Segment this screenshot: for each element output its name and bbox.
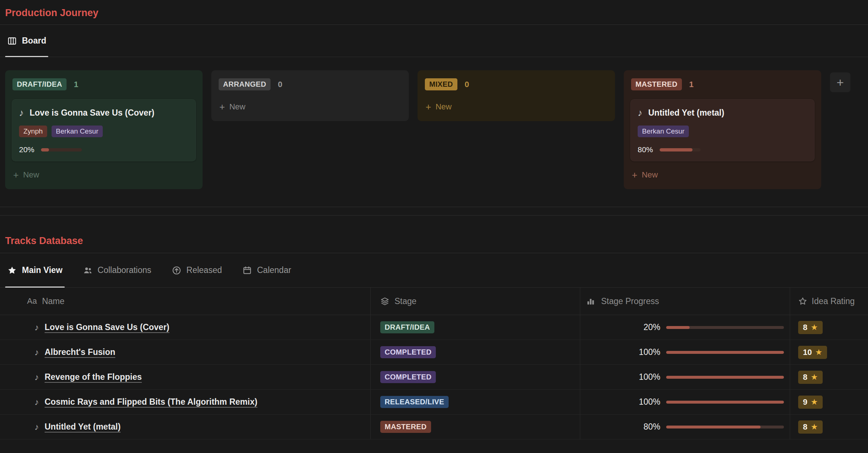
stage-cell[interactable]: COMPLETED xyxy=(371,340,580,364)
board-card[interactable]: ♪ Untitled Yet (metal) Berkan Cesur 80% xyxy=(630,99,815,161)
column-count: 0 xyxy=(278,80,282,89)
column-status-chip[interactable]: ARRANGED xyxy=(219,78,271,90)
add-card-button[interactable]: + New xyxy=(424,99,608,115)
add-card-button[interactable]: + New xyxy=(12,167,196,183)
rating-cell[interactable]: 8 ★ xyxy=(790,365,868,389)
table-row: ♪ Albrecht's Fusion COMPLETED 100% 10 ★ xyxy=(0,340,868,365)
music-note-icon: ♪ xyxy=(34,398,39,407)
progress-cell[interactable]: 80% xyxy=(580,415,790,439)
progress-cell[interactable]: 100% xyxy=(580,390,790,414)
track-name-link[interactable]: Untitled Yet (metal) xyxy=(45,422,121,432)
column-count: 0 xyxy=(465,80,469,89)
tab-released[interactable]: Released xyxy=(170,253,224,287)
stage-badge: DRAFT/IDEA xyxy=(380,321,434,333)
header-stage-progress[interactable]: Stage Progress xyxy=(580,288,790,315)
progress-bar xyxy=(41,148,82,151)
progress-cell[interactable]: 100% xyxy=(580,340,790,364)
arrow-up-circle-icon xyxy=(172,266,181,275)
plus-icon: + xyxy=(219,102,225,112)
stage-badge: COMPLETED xyxy=(380,346,436,358)
tab-calendar[interactable]: Calendar xyxy=(240,253,293,287)
progress-percent: 80% xyxy=(644,422,660,432)
bar-chart-icon xyxy=(586,297,595,306)
star-icon: ★ xyxy=(811,423,818,431)
tab-collaborations[interactable]: Collaborations xyxy=(81,253,154,287)
table-row: ♪ Love is Gonna Save Us (Cover) DRAFT/ID… xyxy=(0,315,868,340)
column-status-chip[interactable]: MASTERED xyxy=(631,78,682,90)
star-icon: ★ xyxy=(811,323,818,332)
tab-board[interactable]: Board xyxy=(5,25,48,57)
track-name-link[interactable]: Revenge of the Floppies xyxy=(45,372,142,382)
add-column-button[interactable]: + xyxy=(830,72,850,92)
name-cell[interactable]: ♪ Cosmic Rays and Flipped Bits (The Algo… xyxy=(0,390,371,414)
progress-percent: 100% xyxy=(639,397,660,407)
header-label: Name xyxy=(42,296,64,306)
table-row: ♪ Cosmic Rays and Flipped Bits (The Algo… xyxy=(0,390,868,415)
card-tags: Berkan Cesur xyxy=(638,126,807,137)
column-header[interactable]: MASTERED 1 xyxy=(630,76,815,93)
column-header[interactable]: MIXED 0 xyxy=(424,76,608,93)
music-note-icon: ♪ xyxy=(34,423,39,431)
people-icon xyxy=(83,266,93,275)
text-property-icon: Aa xyxy=(27,296,37,306)
new-label: New xyxy=(435,102,452,112)
column-status-chip[interactable]: DRAFT/IDEA xyxy=(12,78,67,90)
star-icon: ★ xyxy=(811,373,818,381)
tab-main-view[interactable]: Main View xyxy=(5,253,65,287)
rating-badge: 8 ★ xyxy=(798,420,823,434)
progress-cell[interactable]: 100% xyxy=(580,365,790,389)
column-header[interactable]: DRAFT/IDEA 1 xyxy=(12,76,196,93)
stage-cell[interactable]: COMPLETED xyxy=(371,365,580,389)
board-column-arranged: ARRANGED 0 + New xyxy=(211,70,409,121)
plus-icon: + xyxy=(426,102,431,112)
column-header[interactable]: ARRANGED 0 xyxy=(218,76,402,93)
new-label: New xyxy=(23,170,39,180)
rating-value: 9 xyxy=(803,397,807,407)
rating-cell[interactable]: 8 ★ xyxy=(790,415,868,439)
board-column-mixed: MIXED 0 + New xyxy=(418,70,615,121)
tag-berkan-cesur: Berkan Cesur xyxy=(638,126,689,137)
rating-value: 8 xyxy=(803,323,807,332)
tab-label: Released xyxy=(186,265,222,275)
rating-cell[interactable]: 9 ★ xyxy=(790,390,868,414)
name-cell[interactable]: ♪ Albrecht's Fusion xyxy=(0,340,371,364)
stage-cell[interactable]: RELEASED/LIVE xyxy=(371,390,580,414)
plus-icon: + xyxy=(837,75,844,90)
header-label: Stage Progress xyxy=(601,296,659,306)
header-label: Idea Rating xyxy=(812,296,855,306)
page-title-production-journey: Production Journey xyxy=(0,0,868,25)
tab-label: Calendar xyxy=(257,265,291,275)
table-header-row: Aa Name Stage Stage Progress Idea Rating xyxy=(0,288,868,315)
progress-percent: 100% xyxy=(639,347,660,357)
stage-cell[interactable]: MASTERED xyxy=(371,415,580,439)
add-card-button[interactable]: + New xyxy=(218,99,402,115)
header-idea-rating[interactable]: Idea Rating xyxy=(790,288,868,315)
progress-bar xyxy=(660,148,701,151)
header-stage[interactable]: Stage xyxy=(371,288,580,315)
stage-cell[interactable]: DRAFT/IDEA xyxy=(371,315,580,340)
track-name-link[interactable]: Cosmic Rays and Flipped Bits (The Algori… xyxy=(45,397,257,407)
divider-group xyxy=(0,207,868,216)
progress-cell[interactable]: 20% xyxy=(580,315,790,340)
tab-board-label: Board xyxy=(22,36,46,46)
column-count: 1 xyxy=(74,80,78,89)
rating-cell[interactable]: 8 ★ xyxy=(790,315,868,340)
header-name[interactable]: Aa Name xyxy=(0,288,371,315)
star-icon xyxy=(7,266,17,275)
name-cell[interactable]: ♪ Love is Gonna Save Us (Cover) xyxy=(0,315,371,340)
column-status-chip[interactable]: MIXED xyxy=(425,78,457,90)
tab-label: Collaborations xyxy=(98,265,151,275)
add-card-button[interactable]: + New xyxy=(630,167,815,183)
board-card[interactable]: ♪ Love is Gonna Save Us (Cover) Zynph Be… xyxy=(12,99,196,161)
name-cell[interactable]: ♪ Revenge of the Floppies xyxy=(0,365,371,389)
track-name-link[interactable]: Albrecht's Fusion xyxy=(45,347,115,357)
card-progress: 80% xyxy=(638,145,807,154)
page-title-tracks-database: Tracks Database xyxy=(0,216,868,253)
rating-cell[interactable]: 10 ★ xyxy=(790,340,868,364)
tag-zynph: Zynph xyxy=(19,126,47,137)
table-row: ♪ Untitled Yet (metal) MASTERED 80% 8 ★ xyxy=(0,415,868,439)
tag-berkan-cesur: Berkan Cesur xyxy=(52,126,103,137)
board-column-draft-idea: DRAFT/IDEA 1 ♪ Love is Gonna Save Us (Co… xyxy=(5,70,203,189)
track-name-link[interactable]: Love is Gonna Save Us (Cover) xyxy=(45,322,169,332)
name-cell[interactable]: ♪ Untitled Yet (metal) xyxy=(0,415,371,439)
